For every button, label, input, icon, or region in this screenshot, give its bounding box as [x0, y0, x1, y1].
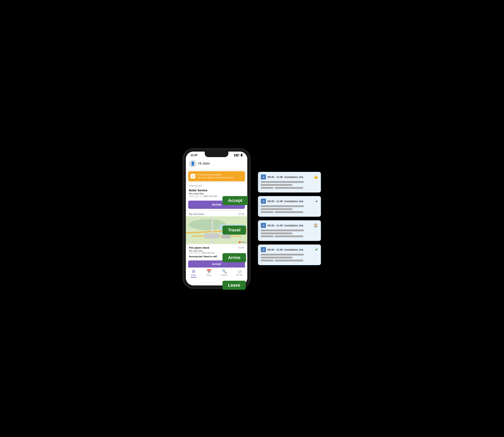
- ongoing-section: Ongoing jobs Boiler Service Mrs Jane Doe…: [186, 183, 247, 210]
- event-card-4-title: Installation Job: [285, 248, 313, 251]
- tab-diary-label: Diary: [207, 274, 211, 276]
- avatar-icon: 👤: [191, 161, 195, 166]
- job1-card: Boiler Service Mrs Jane Doe 180a High St…: [186, 188, 247, 199]
- tab-myvan[interactable]: 🗂 My van: [232, 269, 247, 278]
- status-icons: ▐▐▐ ᯦ ▊: [234, 154, 243, 157]
- event-card-1-time: 09:30 - 11:00: [267, 176, 283, 179]
- tab-bar: ⊞ Home 📅 Diary 🔍 Search: [186, 268, 247, 279]
- navigation-icon: ➤: [315, 199, 318, 203]
- placeholder-line: [275, 260, 303, 261]
- placeholder-line: [261, 254, 304, 256]
- event-cards-column: J 09:30 - 11:00 Installation Job 👍 J 09:…: [258, 172, 321, 265]
- job2-id: #3369: [238, 247, 244, 249]
- battery-icon: ▊: [241, 154, 243, 157]
- placeholder-row: [261, 235, 318, 237]
- thumbs-up-icon: 👍: [314, 175, 318, 179]
- notif-arrow-icon: ›: [242, 174, 243, 178]
- screen-content: 👤 Hi John 1 Event(s) need accepting Go t…: [186, 158, 247, 279]
- map-container: 🍎 Maps: [186, 216, 247, 244]
- placeholder-line: [261, 211, 274, 213]
- notif-line1: Event(s) need accepting: [197, 173, 240, 176]
- job1-title: Boiler Service: [189, 189, 244, 192]
- scene: 11:07 ▐▐▐ ᯦ ▊ 👤 Hi John: [175, 141, 329, 296]
- next-event-label: My next Event: [189, 213, 204, 216]
- event-card-3: J 09:30 - 11:00 Installation Job 🏠: [258, 220, 321, 241]
- signal-icon: ▐▐▐: [234, 154, 238, 156]
- tab-home-label: Home: [191, 274, 196, 276]
- placeholder-line: [275, 211, 303, 213]
- notification-banner[interactable]: 1 Event(s) need accepting Go to your dia…: [188, 171, 245, 181]
- job2-address: 180a High St,: [189, 252, 244, 254]
- placeholder-line: [275, 187, 303, 189]
- placeholder-row: [261, 211, 318, 213]
- event-card-2-time: 09:30 - 11:00: [267, 200, 283, 203]
- ongoing-label: Ongoing jobs: [186, 183, 247, 188]
- event-card-1: J 09:30 - 11:00 Installation Job 👍: [258, 172, 321, 192]
- event-card-2-title: Installation Job: [285, 200, 314, 203]
- placeholder-line: [261, 229, 304, 231]
- placeholder-line: [261, 187, 274, 189]
- job1-address: 180a High St,: [189, 195, 244, 198]
- placeholder-line: [261, 208, 292, 210]
- phone-outer: 11:07 ▐▐▐ ᯦ ▊ 👤 Hi John: [183, 149, 250, 288]
- placeholder-line: [261, 232, 292, 234]
- job2-title-row: Fire alarm check #3369: [189, 246, 244, 249]
- event-card-2-avatar: J: [261, 199, 266, 204]
- wifi-icon: ᯦: [239, 154, 240, 156]
- tab-search[interactable]: 🔍 Search: [217, 269, 232, 278]
- event-card-1-avatar: J: [261, 174, 266, 179]
- myvan-icon: 🗂: [238, 269, 242, 273]
- event-card-1-title: Installation Job: [285, 176, 312, 179]
- notif-line2: Go to your diary or tab here to accept: [197, 176, 240, 179]
- job1-customer: Mrs Jane Doe: [189, 192, 244, 195]
- user-avatar: 👤: [189, 160, 197, 167]
- placeholder-line: [261, 184, 292, 186]
- job2-customer: Mrs Jane Doe: [189, 250, 244, 252]
- tab-home-indicator: [191, 277, 197, 278]
- event-card-4: J 09:30 - 11:00 Installation Job ✔: [258, 245, 321, 265]
- greeting-text: Hi John: [198, 162, 210, 166]
- event-card-3-time: 09:30 - 11:00: [267, 224, 283, 227]
- placeholder-line: [261, 235, 274, 237]
- next-event-header: My next Event 10:30: [186, 211, 247, 216]
- job2-title: Fire alarm check: [189, 246, 209, 249]
- map-label: 🍎 Maps: [239, 241, 246, 243]
- placeholder-line: [261, 205, 304, 207]
- app-header: 👤 Hi John: [186, 158, 247, 170]
- diary-icon: 📅: [207, 269, 211, 274]
- phone-notch: [205, 152, 228, 157]
- event-card-1-header: J 09:30 - 11:00 Installation Job 👍: [261, 174, 318, 179]
- checkmark-icon: ✔: [315, 248, 318, 252]
- notif-text: Event(s) need accepting Go to your diary…: [197, 173, 240, 179]
- phone: 11:07 ▐▐▐ ᯦ ▊ 👤 Hi John: [183, 149, 250, 288]
- next-event-time: 10:30: [238, 213, 244, 216]
- map-background: 🍎 Maps: [186, 216, 247, 244]
- event-card-4-avatar: J: [261, 247, 266, 252]
- addr-placeholder: [203, 196, 217, 197]
- home-icon: ⊞: [192, 269, 195, 274]
- placeholder-line: [275, 235, 303, 237]
- placeholder-line: [261, 181, 304, 183]
- placeholder-row: [261, 260, 318, 261]
- arrive-button[interactable]: Arrive: [188, 201, 245, 209]
- placeholder-line: [261, 257, 292, 258]
- event-card-2-header: J 09:30 - 11:00 Installation Job ➤: [261, 199, 318, 204]
- event-card-2: J 09:30 - 11:00 Installation Job ➤: [258, 196, 321, 217]
- placeholder-row: [261, 187, 318, 189]
- accept-button-partial[interactable]: Accept: [188, 260, 245, 268]
- tab-search-label: Search: [221, 274, 227, 276]
- placeholder-line: [261, 260, 274, 261]
- event-card-4-header: J 09:30 - 11:00 Installation Job ✔: [261, 247, 318, 252]
- notif-count: 1: [191, 174, 195, 179]
- tab-home[interactable]: ⊞ Home: [186, 269, 201, 278]
- job2-card: Fire alarm check #3369 Mrs Jane Doe 180a…: [186, 245, 247, 259]
- status-time: 11:07: [191, 154, 198, 157]
- search-icon: 🔍: [222, 269, 227, 274]
- event-card-3-title: Installation Job: [285, 224, 312, 227]
- event-card-3-avatar: J: [261, 223, 266, 228]
- tab-myvan-label: My van: [237, 274, 243, 276]
- home-arrive-icon: 🏠: [314, 223, 318, 228]
- event-card-3-header: J 09:30 - 11:00 Installation Job 🏠: [261, 223, 318, 228]
- event-card-4-time: 09:30 - 11:00: [267, 248, 283, 251]
- tab-diary[interactable]: 📅 Diary: [201, 269, 217, 278]
